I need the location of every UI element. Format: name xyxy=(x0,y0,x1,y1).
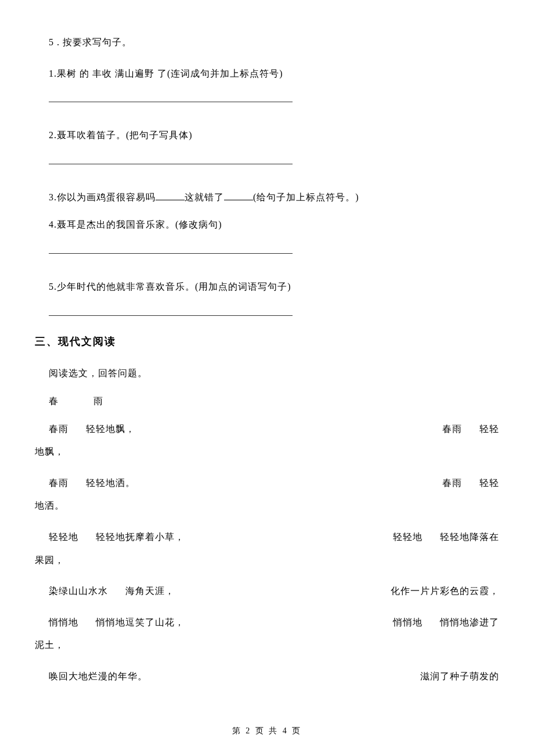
poem-right: 化作一片片彩色的云霞， xyxy=(391,584,499,599)
section-3-heading: 三、现代文阅读 xyxy=(35,333,499,350)
q5-item-1: 1.果树 的 丰收 满山遍野 了(连词成句并加上标点符号) xyxy=(35,66,499,81)
poem-title: 春雨 xyxy=(35,394,499,409)
poem-left-a: 悄悄地 xyxy=(49,617,78,627)
poem-line: 染绿山山水水海角天涯， 化作一片片彩色的云霞， xyxy=(49,584,499,599)
poem-line: 悄悄地悄悄地逗笑了山花， 悄悄地悄悄地渗进了 xyxy=(49,615,499,630)
poem-title-char-a: 春 xyxy=(49,396,59,406)
answer-blank[interactable] xyxy=(49,245,293,254)
poem-left-b: 海角天涯， xyxy=(125,586,175,596)
q5-item-2: 2.聂耳吹着笛子。(把句子写具体) xyxy=(35,128,499,143)
poem-left-b: 轻轻地抚摩着小草， xyxy=(96,532,185,542)
reading-intro: 阅读选文，回答问题。 xyxy=(35,366,499,381)
q5-3-mid: 这就错了 xyxy=(185,192,224,202)
poem-wrap-tail: 地洒。 xyxy=(35,498,499,513)
poem-body: 春雨轻轻地飘， 春雨轻轻 地飘， 春雨轻轻地洒。 春雨轻轻 地洒。 轻轻地轻轻地… xyxy=(35,422,499,684)
poem-line: 春雨轻轻地飘， 春雨轻轻 xyxy=(49,422,499,437)
answer-blank[interactable] xyxy=(49,156,293,164)
answer-blank[interactable] xyxy=(49,93,293,102)
q5-item-3: 3.你以为画鸡蛋很容易吗这就错了(给句子加上标点符号。) xyxy=(35,190,499,205)
answer-blank[interactable] xyxy=(49,307,293,316)
poem-line: 春雨轻轻地洒。 春雨轻轻 xyxy=(49,476,499,491)
poem-left-a: 染绿山山水水 xyxy=(49,586,108,596)
page-footer: 第 2 页 共 4 页 xyxy=(0,725,534,737)
poem-right-b: 轻轻 xyxy=(479,478,499,488)
q5-3-pre: 3.你以为画鸡蛋很容易吗 xyxy=(49,192,156,202)
poem-right-b: 轻轻地降落在 xyxy=(440,532,499,542)
poem-left-a: 轻轻地 xyxy=(49,532,78,542)
poem-left: 唤回大地烂漫的年华。 xyxy=(49,671,147,681)
poem-right-a: 春雨 xyxy=(442,478,462,488)
poem-right-b: 轻轻 xyxy=(479,424,499,434)
inline-blank[interactable] xyxy=(156,190,185,200)
poem-right-a: 轻轻地 xyxy=(393,532,423,542)
poem-left-a: 春雨 xyxy=(49,424,68,434)
q5-3-post: (给句子加上标点符号。) xyxy=(253,192,359,202)
poem-left-b: 轻轻地洒。 xyxy=(86,478,135,488)
poem-wrap-tail: 地飘， xyxy=(35,444,499,459)
poem-line: 唤回大地烂漫的年华。 滋润了种子萌发的 xyxy=(49,669,499,684)
poem-title-char-b: 雨 xyxy=(93,396,103,406)
poem-wrap-tail: 泥土， xyxy=(35,638,499,653)
poem-right-a: 春雨 xyxy=(442,424,462,434)
inline-blank[interactable] xyxy=(224,190,253,200)
poem-line: 轻轻地轻轻地抚摩着小草， 轻轻地轻轻地降落在 xyxy=(49,530,499,545)
poem-left-b: 悄悄地逗笑了山花， xyxy=(96,617,185,627)
poem-right-b: 悄悄地渗进了 xyxy=(440,617,499,627)
poem-right-a: 悄悄地 xyxy=(393,617,423,627)
question-5-title: 5 . 按要求写句子。 xyxy=(35,35,499,50)
q5-item-5: 5.少年时代的他就非常喜欢音乐。(用加点的词语写句子) xyxy=(35,279,499,294)
poem-left-b: 轻轻地飘， xyxy=(86,424,135,434)
poem-right: 滋润了种子萌发的 xyxy=(420,669,499,684)
poem-wrap-tail: 果园， xyxy=(35,553,499,568)
poem-left-a: 春雨 xyxy=(49,478,68,488)
q5-item-4: 4.聂耳是杰出的我国音乐家。(修改病句) xyxy=(35,217,499,232)
